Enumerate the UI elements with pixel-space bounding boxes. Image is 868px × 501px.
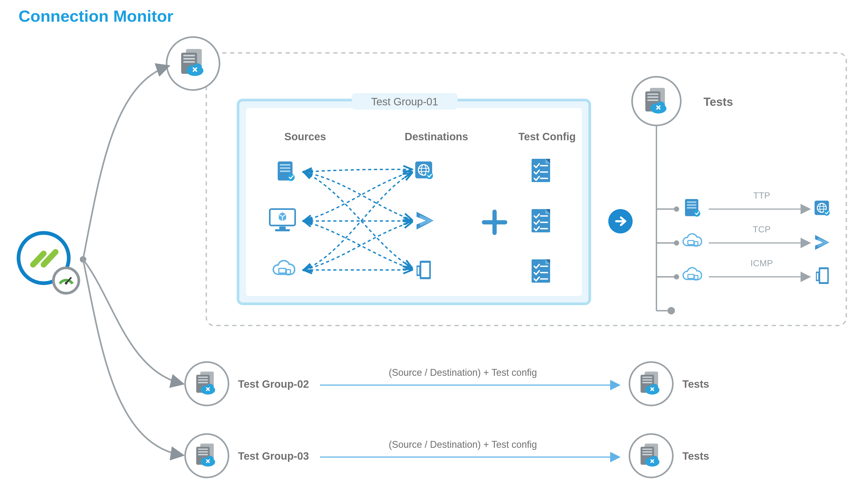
server-cloud-icon xyxy=(640,444,659,467)
tests-row-3-source-icon xyxy=(683,268,702,280)
tests-row-2-source-icon xyxy=(683,234,702,246)
server-cloud-icon xyxy=(196,372,215,395)
tests-tree: Tests TTP TCP xyxy=(632,77,829,315)
test-group-01-label: Test Group-01 xyxy=(371,96,438,107)
arrow-circle-icon xyxy=(608,209,633,233)
svg-point-58 xyxy=(674,240,679,246)
test-group-03-row: Test Group-03 (Source / Destination) + T… xyxy=(185,434,709,478)
diagram-canvas: Connection Monitor xyxy=(0,0,868,501)
tests-row-3-dest-icon xyxy=(816,267,829,284)
test-group-02-label: Test Group-02 xyxy=(238,378,309,390)
test-group-03-middle-label: (Source / Destination) + Test config xyxy=(389,439,537,450)
test-group-02-middle-label: (Source / Destination) + Test config xyxy=(389,367,537,378)
test-group-01-box: Test Group-01 Sources Destinations Test … xyxy=(238,93,590,304)
test-config-icon-2 xyxy=(531,209,550,232)
svg-point-52 xyxy=(668,307,675,315)
destinations-header: Destinations xyxy=(405,131,468,142)
server-cloud-icon xyxy=(640,372,659,395)
tests-row-2-dest-icon xyxy=(815,235,829,250)
tests-row-1-source-icon xyxy=(685,199,700,217)
test-group-02-tests-label: Tests xyxy=(682,378,709,390)
page-title: Connection Monitor xyxy=(19,7,173,25)
tests-row-3-protocol: ICMP xyxy=(750,258,773,268)
sources-header: Sources xyxy=(284,131,326,142)
root-monitor-node xyxy=(19,233,86,293)
server-cloud-icon xyxy=(196,444,215,467)
test-group-03-label: Test Group-03 xyxy=(238,450,309,462)
svg-point-41 xyxy=(65,282,67,285)
connector-root-to-tg3 xyxy=(83,259,183,455)
tests-row-1-dest-icon xyxy=(815,201,829,216)
test-group-02-row: Test Group-02 (Source / Destination) + T… xyxy=(185,362,709,405)
tests-row-2-protocol: TCP xyxy=(753,224,771,234)
test-config-header: Test Config xyxy=(518,131,576,142)
test-config-icon-1 xyxy=(531,159,550,182)
server-cloud-icon xyxy=(181,49,204,76)
source-server-icon xyxy=(278,161,295,181)
test-group-01-server-node xyxy=(167,37,220,90)
connector-root-to-tg1 xyxy=(83,66,168,259)
tests-label-top: Tests xyxy=(703,95,733,108)
destination-globe-icon xyxy=(415,161,433,179)
test-group-03-tests-label: Tests xyxy=(682,450,709,462)
svg-point-55 xyxy=(674,206,679,212)
server-cloud-icon xyxy=(645,88,667,114)
tests-row-1-protocol: TTP xyxy=(753,190,770,200)
test-config-icon-3 xyxy=(531,259,550,283)
svg-point-61 xyxy=(674,274,679,279)
connector-root-to-tg2 xyxy=(83,259,183,384)
